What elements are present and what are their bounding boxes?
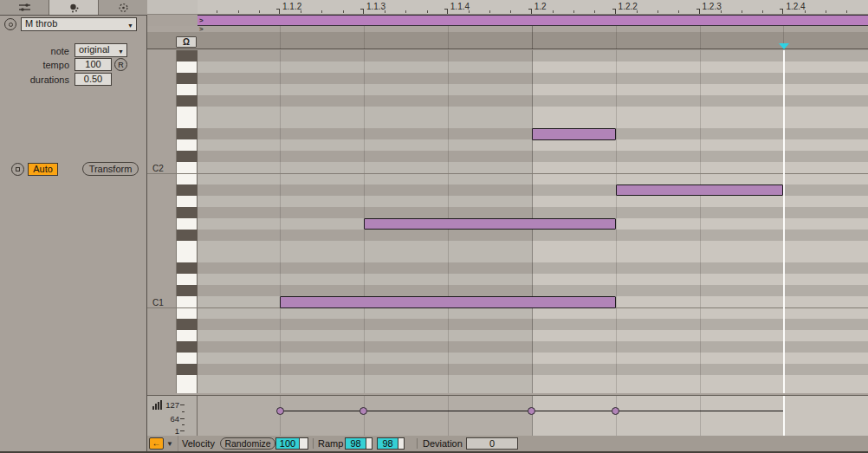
bar-line [532, 26, 533, 32]
loop-row: > [147, 15, 868, 26]
ruler-minor-tick [721, 10, 722, 13]
ruler-minor-tick [678, 10, 679, 13]
ruler-label: 1.2.3 [703, 2, 722, 11]
slider-remainder [299, 438, 308, 449]
beat-time-ruler[interactable]: 1.1.21.1.31.1.41.21.2.21.2.31.2.4 [147, 0, 868, 15]
black-key-A#2[interactable] [177, 50, 198, 61]
ruler-tick [360, 9, 364, 14]
black-key-D#2[interactable] [177, 128, 198, 139]
playhead-marker[interactable] [779, 43, 789, 49]
black-key-A#0[interactable] [177, 319, 198, 330]
midi-note-D#2[interactable] [532, 128, 616, 139]
bar-line [532, 32, 533, 49]
velocity-toolbar: ← ▼ Velocity Randomize 100 Ramp 98 98 De… [147, 436, 868, 451]
midi-note-C1[interactable] [280, 296, 616, 307]
durations-field[interactable]: 0.50 [74, 73, 112, 86]
ramp-end-field[interactable]: 98 [377, 437, 405, 450]
lane-select-dropdown-icon[interactable]: ▼ [166, 440, 173, 448]
ruler-minor-tick [469, 10, 470, 13]
black-key-F#2[interactable] [177, 95, 198, 107]
beat-line [280, 50, 281, 393]
ruler-minor-tick [217, 10, 217, 13]
deviation-field[interactable]: 0 [466, 437, 518, 450]
midi-editor: 1.1.21.1.31.1.41.21.2.21.2.31.2.4 > > Ω … [147, 0, 868, 453]
hot-swap-icon[interactable] [4, 18, 16, 30]
ruler-label: 1.1.2 [282, 2, 301, 11]
midi-note-G1[interactable] [364, 218, 616, 230]
beat-line [700, 32, 701, 49]
slider-remainder [366, 438, 372, 449]
tab-sliders[interactable] [0, 0, 49, 15]
black-key-A#1[interactable] [177, 184, 198, 196]
ruler-label: 1.2 [534, 2, 547, 11]
midi-note-A#1[interactable] [616, 184, 784, 196]
beat-line [364, 26, 365, 32]
piano-keys[interactable] [176, 50, 198, 393]
loop-start-marker[interactable]: > [199, 16, 204, 24]
playhead-line [783, 50, 785, 393]
piano-roll-grid[interactable]: C2 C1 [147, 50, 868, 393]
black-key-C#2[interactable] [177, 151, 198, 162]
ruler-minor-tick [657, 10, 658, 13]
preset-select[interactable]: M throb ▼ [21, 17, 137, 31]
randomize-amount-field[interactable]: 100 [275, 437, 308, 450]
beat-line [783, 26, 784, 32]
ruler-label: 1.1.3 [366, 2, 385, 11]
tab-transform[interactable] [99, 0, 147, 15]
ramp-label: Ramp [318, 438, 343, 449]
ruler-minor-tick [405, 10, 406, 13]
auto-mode-icon[interactable] [11, 163, 24, 176]
tempo-field[interactable]: 100 [74, 58, 112, 71]
ruler-minor-tick [742, 10, 742, 13]
black-key-F#1[interactable] [177, 230, 198, 241]
black-key-F#0[interactable] [177, 364, 198, 375]
randomize-button[interactable]: Randomize [220, 437, 275, 450]
beat-line [616, 26, 617, 32]
velocity-scale-label: 64 [150, 414, 179, 424]
ruler-minor-tick [594, 10, 595, 13]
beat-line [616, 50, 617, 393]
loop-brace[interactable]: > [198, 15, 868, 26]
velocity-point[interactable] [612, 407, 619, 415]
scrub-area[interactable]: Ω [147, 32, 868, 49]
auto-button[interactable]: Auto [28, 163, 58, 176]
retrigger-button[interactable]: R [114, 58, 127, 71]
octave-label-c1: C1 [152, 298, 164, 307]
ruler-minor-tick [489, 10, 490, 13]
black-key-C#1[interactable] [177, 285, 198, 296]
velocity-point[interactable] [276, 407, 284, 415]
chevron-down-icon: ▼ [118, 46, 124, 57]
black-key-G#0[interactable] [177, 341, 198, 353]
velocity-scale-tick [180, 418, 185, 419]
ruler-minor-tick [553, 10, 554, 13]
black-key-G#1[interactable] [177, 207, 198, 218]
device-panel: M throb ▼ note original ▼ tempo 100 R du… [0, 0, 147, 453]
velocity-scale-label: 1 [150, 426, 179, 436]
black-key-G#2[interactable] [177, 73, 198, 84]
beat-line [616, 396, 617, 436]
preset-select-value: M throb [25, 18, 57, 29]
ruler-tick [444, 9, 448, 14]
ruler-minor-tick [427, 10, 428, 13]
ruler-minor-tick [343, 10, 344, 13]
beat-line [280, 32, 281, 49]
preview-headphone-button[interactable]: Ω [176, 36, 197, 48]
velocity-lane[interactable]: 127641 [147, 395, 868, 435]
note-select[interactable]: original ▼ [74, 43, 127, 57]
divider [178, 436, 178, 451]
transform-button[interactable]: Transform [82, 162, 139, 176]
ruler-tick [612, 9, 616, 14]
black-key-D#1[interactable] [177, 262, 198, 274]
ramp-start-field[interactable]: 98 [345, 437, 372, 450]
beat-line [700, 26, 701, 32]
fold-lane-button[interactable]: ← [149, 437, 164, 450]
ruler-tick [780, 9, 783, 14]
divider [313, 438, 314, 449]
tab-randomize[interactable] [49, 0, 99, 15]
note-label: note [0, 46, 69, 56]
beat-line [280, 26, 281, 32]
ruler-minor-tick [762, 10, 763, 13]
velocity-scale-label: 127 [150, 400, 179, 410]
note-select-value: original [79, 44, 109, 55]
ruler-tick [528, 9, 532, 14]
